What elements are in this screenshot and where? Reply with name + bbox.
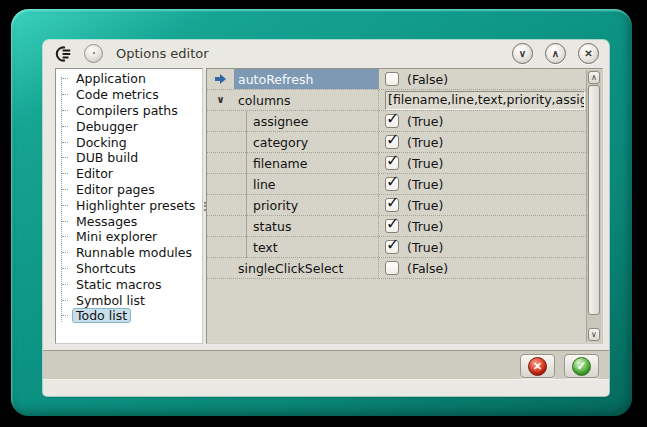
- sidebar-item-docking[interactable]: Docking: [59, 134, 202, 150]
- grid-vertical-scrollbar[interactable]: ∧ ∨: [586, 70, 601, 342]
- sidebar-item-editor[interactable]: Editor: [59, 166, 202, 182]
- scroll-up-button[interactable]: ∧: [588, 71, 600, 84]
- close-button[interactable]: ✕: [578, 43, 599, 64]
- titlebar[interactable]: Options editor ∨ ∧ ✕: [43, 40, 609, 67]
- options-editor-window: Options editor ∨ ∧ ✕ ApplicationCode met…: [43, 40, 609, 396]
- category-list-items: ApplicationCode metricsCompilers pathsDe…: [56, 71, 202, 324]
- row-gutter[interactable]: ∨: [207, 90, 234, 110]
- cancel-icon: ✕: [528, 357, 547, 376]
- property-row-autorefresh[interactable]: autoRefresh(False): [207, 69, 586, 90]
- sidebar-item-application[interactable]: Application: [59, 71, 202, 87]
- close-icon: ✕: [584, 48, 592, 59]
- sidebar-item-debugger[interactable]: Debugger: [59, 118, 202, 134]
- property-name[interactable]: singleClickSelect: [234, 258, 379, 278]
- property-value-cell: (False): [379, 258, 586, 278]
- sidebar-item-symbol-list[interactable]: Symbol list: [59, 292, 202, 308]
- maximize-button[interactable]: ∧: [545, 43, 566, 64]
- property-name[interactable]: priority: [234, 195, 379, 215]
- property-row-columns[interactable]: ∨columns[filename,line,text,priority,ass…: [207, 90, 586, 111]
- property-name[interactable]: status: [234, 216, 379, 236]
- property-row-line[interactable]: line✓(True): [207, 174, 586, 195]
- footer-bar: ✕ ✓: [43, 350, 609, 380]
- property-name[interactable]: assignee: [234, 111, 379, 131]
- property-row-category[interactable]: category✓(True): [207, 132, 586, 153]
- sidebar-item-label: Code metrics: [72, 87, 163, 102]
- chevron-down-icon: ∨: [519, 48, 526, 59]
- value-label: (False): [407, 261, 448, 276]
- value-checkbox[interactable]: ✓: [385, 114, 399, 128]
- checkmark-icon: ✓: [386, 174, 399, 191]
- sidebar-item-label: Messages: [72, 214, 141, 229]
- property-name[interactable]: columns: [234, 90, 379, 110]
- value-checkbox[interactable]: ✓: [385, 177, 399, 191]
- collapse-chevron-icon[interactable]: ∨: [216, 95, 224, 105]
- property-row-status[interactable]: status✓(True): [207, 216, 586, 237]
- property-grid-rows: autoRefresh(False)∨columns[filename,line…: [207, 69, 586, 279]
- sidebar-item-highlighter-presets[interactable]: Highlighter presets: [59, 197, 202, 213]
- property-row-priority[interactable]: priority✓(True): [207, 195, 586, 216]
- scrollbar-thumb[interactable]: [588, 85, 600, 315]
- value-label: (False): [407, 72, 448, 87]
- app-logo-icon: [54, 45, 74, 63]
- property-value-cell: ✓(True): [379, 153, 586, 173]
- checkmark-icon: ✓: [386, 216, 399, 233]
- row-gutter: [207, 195, 234, 215]
- minimize-button[interactable]: ∨: [512, 43, 533, 64]
- row-gutter: [207, 216, 234, 236]
- value-label: (True): [407, 114, 443, 129]
- selected-row-arrow-icon: [215, 74, 226, 84]
- property-value-cell: ✓(True): [379, 132, 586, 152]
- property-name[interactable]: line: [234, 174, 379, 194]
- sidebar-item-label: Compilers paths: [72, 103, 182, 118]
- value-checkbox[interactable]: ✓: [385, 135, 399, 149]
- accept-button[interactable]: ✓: [564, 354, 599, 378]
- window-menu-button[interactable]: [84, 44, 103, 63]
- checkmark-icon: ✓: [386, 132, 399, 149]
- sidebar-item-code-metrics[interactable]: Code metrics: [59, 87, 202, 103]
- property-name[interactable]: autoRefresh: [234, 69, 379, 89]
- scroll-up-icon: ∧: [591, 73, 597, 82]
- sidebar-item-todo-list[interactable]: Todo list: [59, 308, 202, 324]
- property-value-cell: ✓(True): [379, 174, 586, 194]
- window-title: Options editor: [116, 46, 209, 61]
- property-value-cell: (False): [379, 69, 586, 89]
- property-value-cell: ✓(True): [379, 216, 586, 236]
- row-gutter: [207, 69, 234, 89]
- property-name[interactable]: filename: [234, 153, 379, 173]
- value-checkbox[interactable]: ✓: [385, 198, 399, 212]
- value-checkbox[interactable]: ✓: [385, 240, 399, 254]
- sidebar-item-label: Mini explorer: [72, 229, 161, 244]
- value-checkbox[interactable]: ✓: [385, 156, 399, 170]
- property-row-filename[interactable]: filename✓(True): [207, 153, 586, 174]
- sidebar-item-runnable-modules[interactable]: Runnable modules: [59, 245, 202, 261]
- value-checkbox[interactable]: [385, 72, 399, 86]
- category-list: ApplicationCode metricsCompilers pathsDe…: [55, 68, 203, 344]
- sidebar-item-messages[interactable]: Messages: [59, 213, 202, 229]
- value-label: (True): [407, 219, 443, 234]
- sidebar-item-editor-pages[interactable]: Editor pages: [59, 182, 202, 198]
- cancel-button[interactable]: ✕: [520, 354, 555, 378]
- sidebar-item-dub-build[interactable]: DUB build: [59, 150, 202, 166]
- property-row-text[interactable]: text✓(True): [207, 237, 586, 258]
- sidebar-item-static-macros[interactable]: Static macros: [59, 276, 202, 292]
- value-checkbox[interactable]: [385, 261, 399, 275]
- sidebar-item-compilers-paths[interactable]: Compilers paths: [59, 103, 202, 119]
- property-name[interactable]: category: [234, 132, 379, 152]
- sidebar-item-mini-explorer[interactable]: Mini explorer: [59, 229, 202, 245]
- property-row-assignee[interactable]: assignee✓(True): [207, 111, 586, 132]
- property-row-singleclickselect[interactable]: singleClickSelect(False): [207, 258, 586, 279]
- scroll-down-button[interactable]: ∨: [588, 328, 600, 341]
- sidebar-item-label: DUB build: [72, 150, 142, 165]
- scroll-down-icon: ∨: [591, 330, 597, 339]
- sidebar-item-label: Shortcuts: [72, 261, 140, 276]
- value-text-editor[interactable]: [filename,line,text,priority,assigne: [385, 91, 585, 110]
- property-value-cell: ✓(True): [379, 111, 586, 131]
- value-checkbox[interactable]: ✓: [385, 219, 399, 233]
- row-gutter: [207, 174, 234, 194]
- value-label: (True): [407, 198, 443, 213]
- row-gutter: [207, 111, 234, 131]
- sidebar-item-shortcuts[interactable]: Shortcuts: [59, 261, 202, 277]
- property-value-cell: [filename,line,text,priority,assigne: [379, 90, 586, 110]
- sidebar-item-label: Editor pages: [72, 182, 159, 197]
- property-name[interactable]: text: [234, 237, 379, 257]
